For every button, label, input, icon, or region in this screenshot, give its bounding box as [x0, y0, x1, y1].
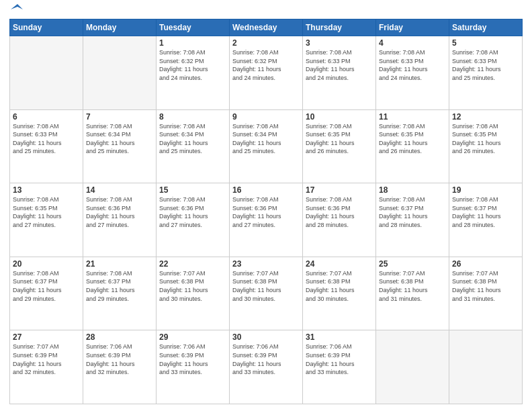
calendar-day-cell: 11Sunrise: 7:08 AM Sunset: 6:35 PM Dayli… — [376, 109, 449, 183]
calendar-day-cell: 25Sunrise: 7:07 AM Sunset: 6:38 PM Dayli… — [376, 257, 449, 330]
day-info: Sunrise: 7:07 AM Sunset: 6:38 PM Dayligh… — [379, 269, 446, 303]
calendar-day-cell: 14Sunrise: 7:08 AM Sunset: 6:36 PM Dayli… — [83, 183, 157, 257]
day-info: Sunrise: 7:08 AM Sunset: 6:34 PM Dayligh… — [159, 122, 226, 156]
day-number: 10 — [306, 112, 373, 122]
day-number: 6 — [13, 112, 80, 122]
day-number: 4 — [379, 38, 446, 48]
day-info: Sunrise: 7:07 AM Sunset: 6:38 PM Dayligh… — [306, 269, 373, 303]
calendar-day-cell: 16Sunrise: 7:08 AM Sunset: 6:36 PM Dayli… — [230, 183, 303, 257]
day-number: 27 — [13, 332, 80, 342]
calendar-day-cell — [449, 330, 523, 404]
calendar-week-row: 1Sunrise: 7:08 AM Sunset: 6:32 PM Daylig… — [10, 36, 523, 110]
calendar-day-cell: 23Sunrise: 7:07 AM Sunset: 6:38 PM Dayli… — [230, 257, 303, 330]
day-info: Sunrise: 7:07 AM Sunset: 6:38 PM Dayligh… — [159, 269, 226, 303]
calendar-day-cell: 20Sunrise: 7:08 AM Sunset: 6:37 PM Dayli… — [10, 257, 83, 330]
calendar-day-cell — [376, 330, 449, 404]
calendar-header-sunday: Sunday — [10, 19, 83, 36]
day-number: 13 — [13, 185, 80, 195]
day-number: 25 — [379, 259, 446, 269]
calendar-day-cell — [83, 36, 157, 110]
day-number: 17 — [306, 185, 373, 195]
page: SundayMondayTuesdayWednesdayThursdayFrid… — [0, 0, 532, 411]
calendar-day-cell: 13Sunrise: 7:08 AM Sunset: 6:35 PM Dayli… — [10, 183, 83, 257]
calendar-day-cell: 6Sunrise: 7:08 AM Sunset: 6:33 PM Daylig… — [10, 109, 83, 183]
day-number: 2 — [232, 38, 300, 48]
calendar-day-cell: 8Sunrise: 7:08 AM Sunset: 6:34 PM Daylig… — [157, 109, 230, 183]
day-number: 9 — [232, 112, 300, 122]
calendar-table: SundayMondayTuesdayWednesdayThursdayFrid… — [9, 19, 523, 404]
calendar-day-cell: 9Sunrise: 7:08 AM Sunset: 6:34 PM Daylig… — [230, 109, 303, 183]
day-number: 28 — [86, 332, 153, 342]
calendar-header-thursday: Thursday — [303, 19, 376, 36]
calendar-day-cell: 4Sunrise: 7:08 AM Sunset: 6:33 PM Daylig… — [376, 36, 449, 110]
day-info: Sunrise: 7:08 AM Sunset: 6:36 PM Dayligh… — [306, 195, 373, 229]
calendar-header-tuesday: Tuesday — [157, 19, 230, 36]
calendar-day-cell: 3Sunrise: 7:08 AM Sunset: 6:33 PM Daylig… — [303, 36, 376, 110]
day-info: Sunrise: 7:08 AM Sunset: 6:36 PM Dayligh… — [86, 195, 153, 229]
calendar-week-row: 6Sunrise: 7:08 AM Sunset: 6:33 PM Daylig… — [10, 109, 523, 183]
day-number: 22 — [159, 259, 226, 269]
calendar-day-cell: 22Sunrise: 7:07 AM Sunset: 6:38 PM Dayli… — [157, 257, 230, 330]
calendar-day-cell: 28Sunrise: 7:06 AM Sunset: 6:39 PM Dayli… — [83, 330, 157, 404]
day-info: Sunrise: 7:08 AM Sunset: 6:32 PM Dayligh… — [159, 48, 226, 82]
day-info: Sunrise: 7:06 AM Sunset: 6:39 PM Dayligh… — [232, 342, 300, 376]
logo — [9, 7, 23, 15]
day-number: 18 — [379, 185, 446, 195]
day-number: 12 — [452, 112, 519, 122]
day-info: Sunrise: 7:07 AM Sunset: 6:38 PM Dayligh… — [232, 269, 300, 303]
logo-bird-icon — [11, 4, 23, 15]
day-info: Sunrise: 7:08 AM Sunset: 6:34 PM Dayligh… — [86, 122, 153, 156]
day-info: Sunrise: 7:06 AM Sunset: 6:39 PM Dayligh… — [159, 342, 226, 376]
header — [9, 7, 523, 15]
calendar-day-cell: 1Sunrise: 7:08 AM Sunset: 6:32 PM Daylig… — [157, 36, 230, 110]
calendar-day-cell: 24Sunrise: 7:07 AM Sunset: 6:38 PM Dayli… — [303, 257, 376, 330]
calendar-header-saturday: Saturday — [449, 19, 523, 36]
calendar-day-cell: 26Sunrise: 7:07 AM Sunset: 6:38 PM Dayli… — [449, 257, 523, 330]
svg-marker-0 — [11, 4, 23, 9]
day-info: Sunrise: 7:08 AM Sunset: 6:37 PM Dayligh… — [86, 269, 153, 303]
day-number: 19 — [452, 185, 519, 195]
calendar-week-row: 27Sunrise: 7:07 AM Sunset: 6:39 PM Dayli… — [10, 330, 523, 404]
day-info: Sunrise: 7:08 AM Sunset: 6:33 PM Dayligh… — [13, 122, 80, 156]
calendar-header-wednesday: Wednesday — [230, 19, 303, 36]
calendar-header-row: SundayMondayTuesdayWednesdayThursdayFrid… — [10, 19, 523, 36]
day-number: 8 — [159, 112, 226, 122]
day-info: Sunrise: 7:08 AM Sunset: 6:33 PM Dayligh… — [306, 48, 373, 82]
day-number: 23 — [232, 259, 300, 269]
day-number: 30 — [232, 332, 300, 342]
day-info: Sunrise: 7:07 AM Sunset: 6:38 PM Dayligh… — [452, 269, 519, 303]
day-info: Sunrise: 7:08 AM Sunset: 6:35 PM Dayligh… — [13, 195, 80, 229]
calendar-day-cell — [10, 36, 83, 110]
day-info: Sunrise: 7:08 AM Sunset: 6:37 PM Dayligh… — [379, 195, 446, 229]
calendar-day-cell: 31Sunrise: 7:06 AM Sunset: 6:39 PM Dayli… — [303, 330, 376, 404]
day-info: Sunrise: 7:08 AM Sunset: 6:37 PM Dayligh… — [13, 269, 80, 303]
calendar-day-cell: 5Sunrise: 7:08 AM Sunset: 6:33 PM Daylig… — [449, 36, 523, 110]
calendar-week-row: 20Sunrise: 7:08 AM Sunset: 6:37 PM Dayli… — [10, 257, 523, 330]
calendar-day-cell: 19Sunrise: 7:08 AM Sunset: 6:37 PM Dayli… — [449, 183, 523, 257]
day-number: 3 — [306, 38, 373, 48]
day-info: Sunrise: 7:08 AM Sunset: 6:33 PM Dayligh… — [379, 48, 446, 82]
calendar-day-cell: 30Sunrise: 7:06 AM Sunset: 6:39 PM Dayli… — [230, 330, 303, 404]
day-number: 16 — [232, 185, 300, 195]
calendar-day-cell: 21Sunrise: 7:08 AM Sunset: 6:37 PM Dayli… — [83, 257, 157, 330]
day-number: 26 — [452, 259, 519, 269]
calendar-header-monday: Monday — [83, 19, 157, 36]
calendar-day-cell: 10Sunrise: 7:08 AM Sunset: 6:35 PM Dayli… — [303, 109, 376, 183]
calendar-day-cell: 2Sunrise: 7:08 AM Sunset: 6:32 PM Daylig… — [230, 36, 303, 110]
day-number: 14 — [86, 185, 153, 195]
calendar-day-cell: 29Sunrise: 7:06 AM Sunset: 6:39 PM Dayli… — [157, 330, 230, 404]
day-number: 7 — [86, 112, 153, 122]
calendar-week-row: 13Sunrise: 7:08 AM Sunset: 6:35 PM Dayli… — [10, 183, 523, 257]
calendar-day-cell: 7Sunrise: 7:08 AM Sunset: 6:34 PM Daylig… — [83, 109, 157, 183]
day-number: 11 — [379, 112, 446, 122]
day-info: Sunrise: 7:08 AM Sunset: 6:36 PM Dayligh… — [232, 195, 300, 229]
day-number: 15 — [159, 185, 226, 195]
calendar-day-cell: 17Sunrise: 7:08 AM Sunset: 6:36 PM Dayli… — [303, 183, 376, 257]
day-number: 29 — [159, 332, 226, 342]
day-info: Sunrise: 7:08 AM Sunset: 6:32 PM Dayligh… — [232, 48, 300, 82]
day-info: Sunrise: 7:06 AM Sunset: 6:39 PM Dayligh… — [86, 342, 153, 376]
day-info: Sunrise: 7:06 AM Sunset: 6:39 PM Dayligh… — [306, 342, 373, 376]
calendar-day-cell: 12Sunrise: 7:08 AM Sunset: 6:35 PM Dayli… — [449, 109, 523, 183]
day-info: Sunrise: 7:08 AM Sunset: 6:35 PM Dayligh… — [306, 122, 373, 156]
calendar-day-cell: 15Sunrise: 7:08 AM Sunset: 6:36 PM Dayli… — [157, 183, 230, 257]
